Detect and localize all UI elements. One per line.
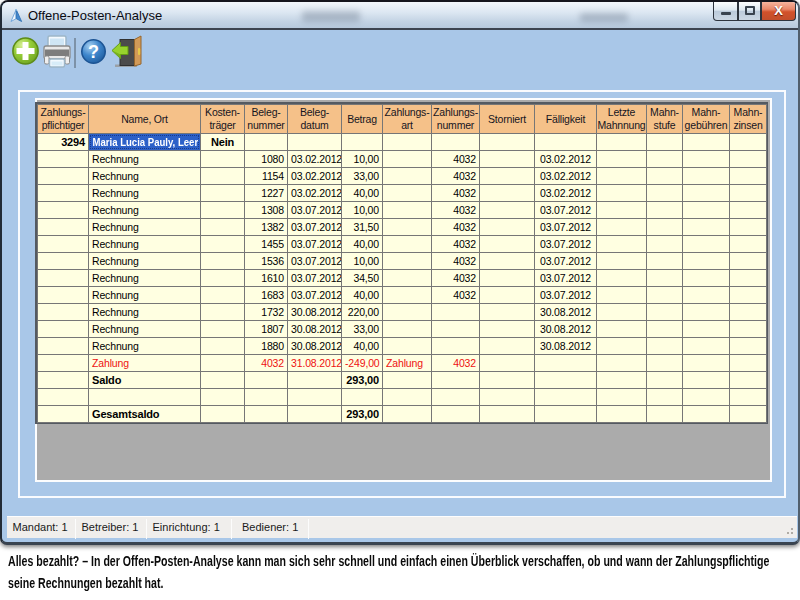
svg-text:?: ? [88, 42, 99, 62]
